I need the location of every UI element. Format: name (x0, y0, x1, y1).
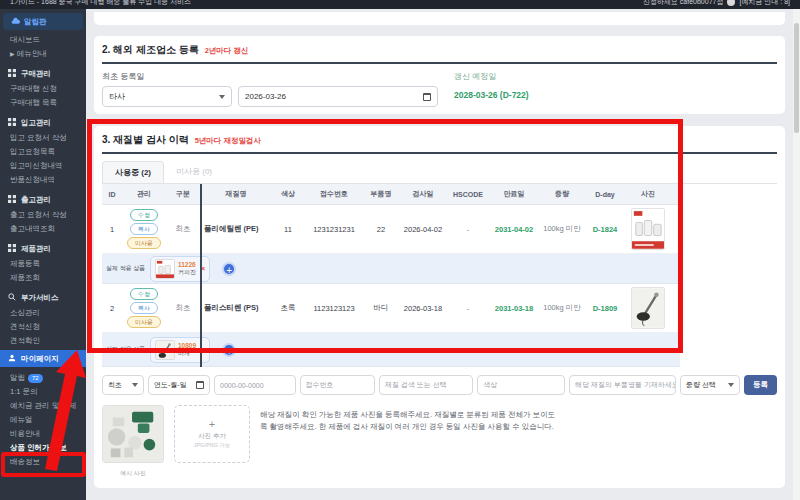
search-icon (8, 293, 17, 302)
chip-thumbnail (155, 340, 175, 360)
sidebar-item-outbound-history[interactable]: 출고내역조회 (0, 221, 86, 235)
form-weight-select[interactable]: 중량 선택 (680, 375, 740, 395)
add-photo-button[interactable]: + 사진 추가 JPG/PNG 가능 (174, 405, 250, 463)
sidebar-section-extra-services: 부가서비스 (0, 289, 86, 305)
sidebar-item-quote-request[interactable]: 견적신청 (0, 319, 86, 333)
cell-material: 폴리에틸렌 (PE) (200, 224, 272, 234)
sidebar-item-purchase-request[interactable]: 구매대행 신청 (0, 81, 86, 95)
cell-id: 2 (102, 304, 122, 313)
sidebar-item-dashboard[interactable]: 대시보드 (0, 32, 86, 46)
sidebar-item-sourcing[interactable]: 소싱관리 (0, 305, 86, 319)
sidebar-item-product-license-info[interactable]: 상품 인허가 정보 (0, 440, 86, 454)
sidebar-item-product-register[interactable]: 제품등록 (0, 256, 86, 270)
applied-products-row: 실제 적용 상품 10809 마개 × + (102, 333, 680, 367)
col-header-dday: D-day (584, 186, 626, 203)
sidebar-item-manual[interactable]: 메뉴얼 (0, 412, 86, 426)
grid-icon (8, 69, 17, 78)
sidebar: 알림판 대시보드 ▶메뉴안내 구매관리 구매대행 신청 구매대행 목록 입고관리… (0, 9, 86, 500)
product-photo-stopper[interactable] (631, 287, 665, 329)
table-row: 2 수정 복사 미사용 최초 폴리스티렌 (PS) 초록 1123123123 … (102, 284, 680, 333)
cell-hscode: - (448, 304, 488, 313)
col-header-hscode: HSCODE (448, 186, 488, 203)
col-header-weight: 중량 (540, 184, 584, 204)
main-content: 2. 해외 제조업소 등록 2년마다 갱신 최초 등록일 타사 2026-03-… (86, 9, 793, 500)
chevron-down-icon (219, 95, 225, 99)
applied-products-label: 실제 적용 상품 (106, 264, 150, 273)
cell-type: 최초 (166, 303, 200, 313)
sidebar-item-inbound-request-write[interactable]: 입고 요청서 작성 (0, 130, 86, 144)
sidebar-item-alerts[interactable]: 알림72 (0, 370, 86, 384)
copy-button[interactable]: 복사 (130, 223, 158, 235)
cell-part: 바디 (364, 303, 398, 313)
sidebar-item-notice-board[interactable]: 알림판 (3, 13, 83, 30)
applied-products-label: 실제 적용 상품 (106, 345, 150, 354)
form-date-input[interactable]: 연도-월-일 (148, 375, 210, 395)
sidebar-item-inbound-unrequested[interactable]: 입고미신청내역 (0, 158, 86, 172)
add-applied-product-button[interactable]: + (222, 262, 236, 276)
col-header-manage: 관리 (122, 184, 166, 204)
add-applied-product-button[interactable]: + (222, 343, 236, 357)
first-registration-label: 최초 등록일 (102, 71, 454, 82)
register-button[interactable]: 등록 (744, 375, 777, 395)
sidebar-item-mypage[interactable]: 마이페이지 (0, 350, 86, 367)
calendar-icon (423, 93, 431, 101)
sidebar-item-deposit-payment[interactable]: 예치금 관리 및 결제 (0, 398, 86, 412)
chip-product-name: 커피잔 (178, 269, 196, 276)
sidebar-item-outbound-request-write[interactable]: 출고 요청서 작성 (0, 207, 86, 221)
topbar-user-link[interactable]: 신청하세요 cafe0b0077점 (643, 0, 724, 8)
first-registration-date-input[interactable]: 2026-03-26 (238, 86, 438, 107)
copy-button[interactable]: 복사 (130, 302, 158, 314)
edit-button[interactable]: 수정 (130, 209, 158, 221)
cell-part: 22 (364, 225, 398, 234)
sidebar-section-inbound: 입고관리 (0, 114, 86, 130)
form-color-input[interactable]: 색상 (477, 375, 565, 395)
sidebar-item-purchase-list[interactable]: 구매대행 목록 (0, 95, 86, 109)
chevron-down-icon (728, 383, 734, 387)
add-inspection-form: 최초 연도-월-일 0000-00-0000 접수번호 재질 검색 또는 선택 … (102, 375, 777, 395)
tab-in-use[interactable]: 사용중 (2) (102, 161, 164, 183)
sidebar-item-inbound-request-list[interactable]: 입고요청목록 (0, 144, 86, 158)
set-unused-button[interactable]: 미사용 (127, 316, 161, 328)
section3-reinspection-note: 5년마다 재정밀검사 (195, 136, 261, 146)
cell-expiry: 2031-04-02 (488, 225, 540, 234)
chevron-down-icon (132, 383, 138, 387)
form-material-search-input[interactable]: 재질 검색 또는 선택 (379, 375, 473, 395)
form-receipt-input[interactable]: 접수번호 (300, 375, 375, 395)
sidebar-item-menu-guide[interactable]: ▶메뉴안내 (0, 46, 86, 60)
sidebar-item-cost-guide[interactable]: 비용안내 (0, 426, 86, 440)
sidebar-item-product-search[interactable]: 제품조회 (0, 270, 86, 284)
sidebar-section-product: 제품관리 (0, 240, 86, 256)
applied-products-row: 실제 적용 상품 11226 커피잔 × + (102, 254, 680, 284)
cell-test-date: 2026-03-18 (398, 304, 448, 313)
form-part-input[interactable]: 해당 재질의 부품명을 기재하세요 (569, 375, 676, 395)
user-avatar[interactable] (727, 0, 735, 6)
sidebar-item-quote-confirm[interactable]: 견적확인 (0, 333, 86, 347)
cell-expiry: 2031-03-18 (488, 304, 540, 313)
example-photo-caption: 예시 사진 (102, 469, 164, 478)
grid-icon (8, 118, 17, 127)
person-icon (8, 354, 17, 363)
scrollbar-thumb[interactable] (794, 23, 799, 133)
col-header-type: 구분 (166, 184, 200, 204)
form-number-input[interactable]: 0000-00-0000 (214, 375, 296, 395)
previous-card-fragment (94, 12, 785, 25)
chip-product-code: 11226 (178, 261, 196, 269)
col-header-expiry: 만료일 (488, 184, 540, 204)
section2-renewal-note: 2년마다 갱신 (205, 46, 249, 56)
scrollbar-track[interactable] (793, 9, 800, 500)
tab-unused[interactable]: 미사용 (0) (164, 161, 224, 183)
sidebar-item-shipping-info[interactable]: 배송정보 (0, 454, 86, 468)
sidebar-item-one-to-one-inquiry[interactable]: 1:1 문의 (0, 384, 86, 398)
registration-type-select[interactable]: 타사 (102, 86, 232, 107)
cell-color: 초록 (272, 303, 304, 313)
sidebar-item-return-request-history[interactable]: 반품신청내역 (0, 172, 86, 186)
edit-button[interactable]: 수정 (130, 288, 158, 300)
col-header-photo: 사진 (626, 184, 670, 204)
renewal-due-value: 2028-03-26 (D-722) (454, 86, 529, 100)
form-type-select[interactable]: 최초 (102, 375, 144, 395)
product-photo-cups[interactable] (631, 208, 665, 250)
topbar-deposit-note[interactable]: [예치금 안내 : 8] (739, 0, 790, 8)
set-unused-button[interactable]: 미사용 (127, 237, 161, 249)
cell-weight: 100kg 미만 (540, 224, 584, 234)
col-header-id: ID (102, 186, 122, 203)
